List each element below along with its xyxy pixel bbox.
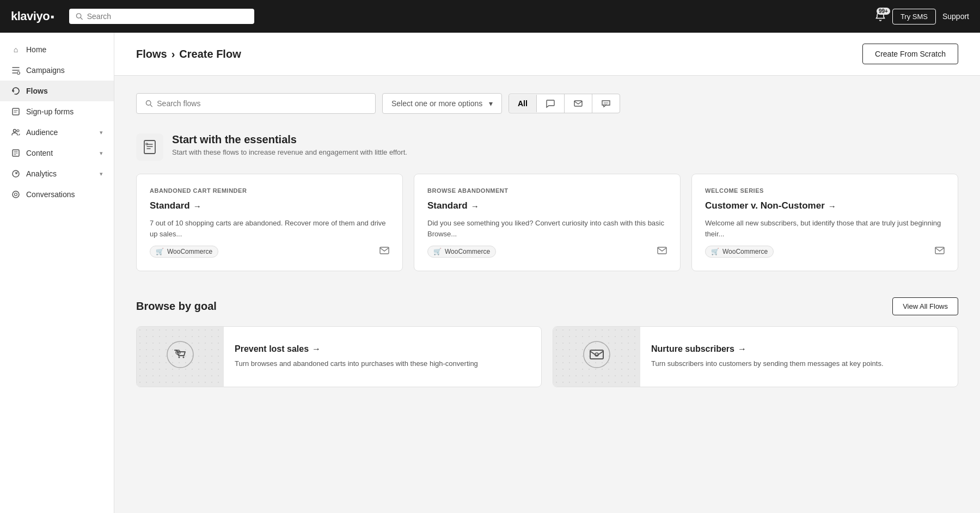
logo-symbol: ■	[51, 14, 54, 20]
cart-icon	[166, 340, 194, 374]
breadcrumb: Flows › Create Flow	[136, 48, 241, 60]
support-link[interactable]: Support	[942, 12, 969, 21]
woocommerce-icon: 🛒	[711, 248, 719, 255]
browse-header: Browse by goal View All Flows	[136, 297, 958, 315]
platform-badge: 🛒 WooCommerce	[705, 246, 774, 258]
create-from-scratch-button[interactable]: Create From Scratch	[862, 44, 958, 64]
sidebar-item-label: Campaigns	[26, 66, 65, 75]
arrow-icon: →	[738, 344, 746, 354]
flow-card-welcome-series[interactable]: WELCOME SERIES Customer v. Non-Customer …	[691, 174, 958, 271]
sidebar-item-label: Flows	[26, 87, 48, 95]
goal-card-nurture-subscribers[interactable]: Nurture subscribers → Turn subscribers i…	[553, 326, 958, 387]
flow-search-bar[interactable]	[136, 93, 376, 114]
try-sms-button[interactable]: Try SMS	[892, 9, 936, 25]
sidebar-item-label: Home	[26, 45, 46, 54]
essentials-cards-grid: ABANDONED CART REMINDER Standard → 7 out…	[136, 174, 958, 271]
filter-tab-email[interactable]	[565, 94, 592, 113]
notifications-button[interactable]: 99+	[875, 11, 886, 22]
chevron-down-icon: ▾	[100, 170, 103, 178]
search-input[interactable]	[87, 12, 248, 21]
section-icon	[136, 133, 163, 161]
section-subtitle: Start with these flows to increase reven…	[172, 148, 407, 156]
sidebar-item-label: Conversations	[26, 190, 75, 199]
email-channel-icon	[379, 247, 389, 256]
options-dropdown[interactable]: Select one or more options ▾	[382, 93, 502, 114]
svg-rect-17	[935, 247, 944, 254]
filter-tab-all[interactable]: All	[509, 95, 537, 112]
filter-tab-sms[interactable]	[592, 94, 620, 113]
platform-badge: 🛒 WooCommerce	[427, 246, 496, 258]
audience-icon	[11, 127, 21, 137]
goal-info: Prevent lost sales → Turn browses and ab…	[224, 333, 541, 380]
sidebar-item-analytics[interactable]: Analytics ▾	[0, 163, 114, 184]
card-description: Did you see something you liked? Convert…	[427, 218, 667, 239]
chevron-down-icon: ▾	[100, 129, 103, 136]
email-channel-icon	[935, 247, 945, 256]
global-search-bar[interactable]	[69, 9, 254, 24]
breadcrumb-current: Create Flow	[179, 48, 241, 60]
svg-point-20	[183, 356, 185, 358]
svg-point-9	[15, 193, 17, 196]
filters-row: Select one or more options ▾ All	[136, 93, 958, 114]
search-icon	[76, 13, 83, 20]
goal-title: Prevent lost sales →	[235, 344, 530, 354]
card-tag: BROWSE ABANDONMENT	[427, 187, 667, 194]
svg-line-11	[150, 105, 152, 106]
browse-title: Browse by goal	[136, 300, 217, 313]
goal-cards-grid: Prevent lost sales → Turn browses and ab…	[136, 326, 958, 387]
sidebar-item-home[interactable]: ⌂ Home	[0, 39, 114, 60]
search-icon	[145, 100, 152, 107]
browse-by-goal-section: Browse by goal View All Flows	[136, 297, 958, 387]
logo: klaviyo■	[11, 9, 54, 23]
sidebar-item-label: Content	[26, 149, 53, 157]
email-channel-icon	[657, 247, 667, 256]
breadcrumb-separator: ›	[171, 48, 175, 60]
chat-icon	[546, 99, 555, 108]
section-title: Start with the essentials	[172, 133, 407, 146]
arrow-icon: →	[471, 201, 479, 211]
flow-card-abandoned-cart[interactable]: ABANDONED CART REMINDER Standard → 7 out…	[136, 174, 403, 271]
goal-info: Nurture subscribers → Turn subscribers i…	[640, 333, 958, 380]
goal-card-prevent-lost-sales[interactable]: Prevent lost sales → Turn browses and ab…	[136, 326, 542, 387]
arrow-icon: →	[312, 344, 321, 354]
signup-forms-icon	[11, 107, 21, 117]
sidebar-item-label: Audience	[26, 128, 58, 137]
card-description: Welcome all new subscribers, but identif…	[705, 218, 945, 239]
card-description: 7 out of 10 shopping carts are abandoned…	[150, 218, 389, 239]
goal-description: Turn subscribers into customers by sendi…	[651, 358, 947, 369]
dropdown-label: Select one or more options	[391, 99, 482, 108]
svg-rect-13	[144, 141, 155, 154]
svg-point-22	[584, 341, 610, 368]
home-icon: ⌂	[11, 45, 21, 54]
top-navigation: klaviyo■ 99+ Try SMS Support	[0, 0, 980, 33]
search-flows-input[interactable]	[157, 99, 366, 108]
card-footer: 🛒 WooCommerce	[705, 246, 945, 258]
card-title: Standard →	[427, 200, 667, 211]
svg-line-1	[81, 17, 82, 19]
card-footer: 🛒 WooCommerce	[427, 246, 667, 258]
essentials-section: Start with the essentials Start with the…	[136, 133, 958, 271]
page-header: Flows › Create Flow Create From Scratch	[114, 33, 980, 76]
sidebar: ⌂ Home Campaigns Flows Sign-up forms A	[0, 33, 114, 513]
svg-point-8	[13, 191, 19, 198]
arrow-icon: →	[828, 201, 836, 211]
filter-tab-push[interactable]	[537, 94, 565, 113]
content-area: Select one or more options ▾ All	[114, 76, 980, 431]
sidebar-item-flows[interactable]: Flows	[0, 81, 114, 101]
sidebar-item-content[interactable]: Content ▾	[0, 143, 114, 163]
card-title: Customer v. Non-Customer →	[705, 200, 945, 211]
sidebar-item-signup-forms[interactable]: Sign-up forms	[0, 101, 114, 122]
sidebar-item-label: Analytics	[26, 169, 57, 178]
sidebar-item-conversations[interactable]: Conversations	[0, 184, 114, 205]
goal-thumbnail	[553, 327, 640, 387]
sidebar-item-audience[interactable]: Audience ▾	[0, 122, 114, 143]
view-all-flows-button[interactable]: View All Flows	[892, 297, 958, 315]
notification-badge: 99+	[877, 8, 890, 15]
sidebar-item-campaigns[interactable]: Campaigns	[0, 60, 114, 81]
platform-badge: 🛒 WooCommerce	[150, 246, 218, 258]
flow-card-browse-abandonment[interactable]: BROWSE ABANDONMENT Standard → Did you se…	[414, 174, 681, 271]
svg-point-5	[17, 130, 19, 132]
breadcrumb-root: Flows	[136, 48, 167, 60]
card-tag: WELCOME SERIES	[705, 187, 945, 194]
topnav-right: 99+ Try SMS Support	[875, 9, 969, 25]
